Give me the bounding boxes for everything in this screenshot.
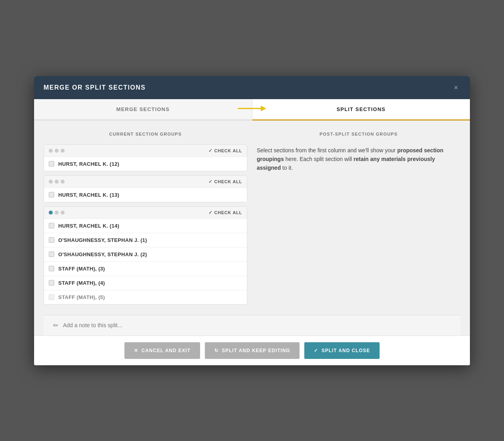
tab-split[interactable]: SPLIT SECTIONS — [252, 99, 470, 121]
section-label: STAFF (MATH), (5) — [58, 294, 105, 300]
section-row: O'SHAUGHNESSY, STEPHAN J. (2) — [44, 247, 247, 262]
section-row: HURST, RACHEL K. (12) — [44, 157, 247, 171]
dot — [55, 149, 59, 153]
section-label: HURST, RACHEL K. (14) — [58, 223, 119, 229]
split-columns: ✓ CHECK ALL HURST, RACHEL K. (12) — [44, 144, 460, 309]
section-row: HURST, RACHEL K. (13) — [44, 188, 247, 202]
section-group-2: ✓ CHECK ALL HURST, RACHEL K. (13) — [44, 175, 247, 202]
keep-editing-label: SPLIT AND KEEP EDITING — [222, 348, 290, 353]
split-close-button[interactable]: ✓ SPLIT AND CLOSE — [304, 342, 380, 359]
section-label: HURST, RACHEL K. (12) — [58, 161, 119, 167]
close-button[interactable]: × — [451, 83, 460, 92]
section-checkbox[interactable] — [49, 280, 54, 286]
section-label: O'SHAUGHNESSY, STEPHAN J. (2) — [58, 251, 147, 257]
group-3-dots — [49, 211, 65, 215]
dot — [55, 211, 59, 215]
note-input[interactable] — [63, 322, 451, 328]
tabs-row: MERGE SECTIONS SPLIT SECTIONS — [34, 99, 470, 121]
section-checkbox[interactable] — [49, 294, 54, 300]
dot — [49, 180, 53, 184]
modal-footer: ✕ CANCEL AND EXIT ↻ SPLIT AND KEEP EDITI… — [34, 336, 470, 365]
dot — [49, 149, 53, 153]
note-area: ✏ — [44, 315, 460, 336]
modal-body: CURRENT SECTION GROUPS POST-SPLIT SECTIO… — [34, 121, 470, 336]
section-row: O'SHAUGHNESSY, STEPHAN J. (1) — [44, 233, 247, 247]
section-label: STAFF (MATH), (4) — [58, 280, 105, 286]
section-row-partial: STAFF (MATH), (5) — [44, 290, 247, 304]
right-column-header: POST-SPLIT SECTION GROUPS — [257, 128, 460, 140]
section-checkbox[interactable] — [49, 192, 54, 197]
dot — [61, 211, 65, 215]
section-checkbox[interactable] — [49, 237, 54, 243]
group-3-header: ✓ CHECK ALL — [44, 207, 247, 219]
section-checkbox[interactable] — [49, 266, 54, 271]
svg-marker-1 — [261, 106, 266, 111]
left-column: ✓ CHECK ALL HURST, RACHEL K. (12) — [44, 144, 252, 309]
section-label: STAFF (MATH), (3) — [58, 266, 105, 272]
modal: MERGE OR SPLIT SECTIONS × MERGE SECTIONS… — [34, 76, 470, 365]
section-label: O'SHAUGHNESSY, STEPHAN J. (1) — [58, 237, 147, 243]
section-group-3: ✓ CHECK ALL HURST, RACHEL K. (14) O'SHAU… — [44, 206, 247, 305]
section-row: HURST, RACHEL K. (14) — [44, 219, 247, 233]
dot — [61, 149, 65, 153]
cancel-label: CANCEL AND EXIT — [141, 348, 191, 353]
check-all-button-3[interactable]: ✓ CHECK ALL — [208, 210, 242, 215]
section-label: HURST, RACHEL K. (13) — [58, 192, 119, 198]
checkmark-icon: ✓ — [208, 179, 213, 184]
group-1-header: ✓ CHECK ALL — [44, 145, 247, 157]
refresh-icon: ↻ — [214, 348, 219, 353]
dot-active — [49, 211, 53, 215]
check-icon: ✓ — [314, 348, 318, 353]
dot — [55, 180, 59, 184]
split-close-label: SPLIT AND CLOSE — [321, 348, 370, 353]
right-info-text: Select sections from the first column an… — [257, 146, 460, 173]
left-column-header: CURRENT SECTION GROUPS — [44, 128, 247, 140]
group-2-header: ✓ CHECK ALL — [44, 176, 247, 188]
cancel-icon: ✕ — [134, 348, 138, 353]
pencil-icon: ✏ — [53, 322, 58, 329]
groups-container[interactable]: ✓ CHECK ALL HURST, RACHEL K. (12) — [44, 144, 247, 309]
modal-title: MERGE OR SPLIT SECTIONS — [44, 84, 146, 91]
section-checkbox[interactable] — [49, 223, 54, 228]
right-column: Select sections from the first column an… — [252, 144, 460, 309]
section-group-1: ✓ CHECK ALL HURST, RACHEL K. (12) — [44, 144, 247, 171]
group-1-dots — [49, 149, 65, 153]
tab-merge[interactable]: MERGE SECTIONS — [34, 99, 252, 119]
checkmark-icon: ✓ — [208, 148, 213, 153]
tab-arrow-icon — [238, 104, 266, 114]
check-all-button-2[interactable]: ✓ CHECK ALL — [208, 179, 242, 184]
checkmark-icon: ✓ — [208, 210, 213, 215]
section-row: STAFF (MATH), (3) — [44, 262, 247, 276]
section-checkbox[interactable] — [49, 161, 54, 167]
dot — [61, 180, 65, 184]
keep-editing-button[interactable]: ↻ SPLIT AND KEEP EDITING — [205, 342, 300, 359]
modal-header: MERGE OR SPLIT SECTIONS × — [34, 76, 470, 99]
cancel-button[interactable]: ✕ CANCEL AND EXIT — [124, 342, 200, 359]
check-all-button-1[interactable]: ✓ CHECK ALL — [208, 148, 242, 153]
group-2-dots — [49, 180, 65, 184]
section-row: STAFF (MATH), (4) — [44, 276, 247, 290]
section-checkbox[interactable] — [49, 251, 54, 257]
